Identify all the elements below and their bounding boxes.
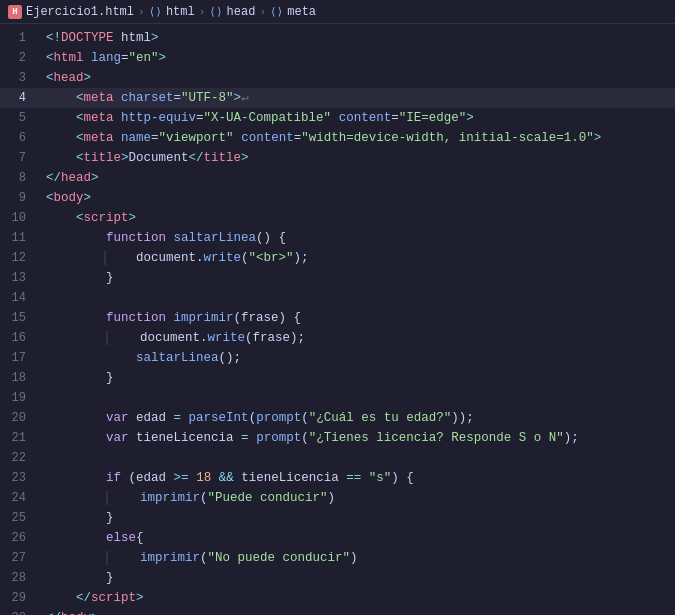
code-line-18: }	[38, 368, 675, 388]
code-line-13: }	[38, 268, 675, 288]
ln-28: 28	[0, 568, 38, 588]
breadcrumb-meta: meta	[287, 5, 316, 19]
breadcrumb-bar: H Ejercicio1.html › ⟨⟩ html › ⟨⟩ head › …	[0, 0, 675, 24]
code-line-16: document.write(frase);	[38, 328, 675, 348]
ln-12: 12	[0, 248, 38, 268]
ln-11: 11	[0, 228, 38, 248]
code-line-7: <title>Document</title>	[38, 148, 675, 168]
code-line-15: function imprimir(frase) {	[38, 308, 675, 328]
ln-18: 18	[0, 368, 38, 388]
code-line-12: document.write("<br>");	[38, 248, 675, 268]
ln-25: 25	[0, 508, 38, 528]
code-line-8: </head>	[38, 168, 675, 188]
ln-1: 1	[0, 28, 38, 48]
code-line-9: <body>	[38, 188, 675, 208]
breadcrumb-sep-2: ›	[199, 6, 206, 18]
code-line-17: saltarLinea();	[38, 348, 675, 368]
code-line-3: <head>	[38, 68, 675, 88]
ln-26: 26	[0, 528, 38, 548]
ln-9: 9	[0, 188, 38, 208]
code-line-11: function saltarLinea() {	[38, 228, 675, 248]
ln-15: 15	[0, 308, 38, 328]
line-numbers: 1 2 3 4 5 6 7 8 9 10 11 12 13 14 15 16 1…	[0, 24, 38, 615]
code-line-22	[38, 448, 675, 468]
ln-23: 23	[0, 468, 38, 488]
code-line-21: var tieneLicencia = prompt("¿Tienes lice…	[38, 428, 675, 448]
breadcrumb-html: html	[166, 5, 195, 19]
code-line-20: var edad = parseInt(prompt("¿Cuál es tu …	[38, 408, 675, 428]
ln-10: 10	[0, 208, 38, 228]
code-line-30: </body>	[38, 608, 675, 615]
ln-3: 3	[0, 68, 38, 88]
code-line-27: imprimir("No puede conducir")	[38, 548, 675, 568]
ln-19: 19	[0, 388, 38, 408]
ln-7: 7	[0, 148, 38, 168]
code-line-28: }	[38, 568, 675, 588]
code-line-29: </script>	[38, 588, 675, 608]
breadcrumb-head-icon: ⟨⟩	[209, 5, 222, 18]
ln-8: 8	[0, 168, 38, 188]
breadcrumb-head: head	[227, 5, 256, 19]
ln-17: 17	[0, 348, 38, 368]
code-line-10: <script>	[38, 208, 675, 228]
file-icon: H	[8, 5, 22, 19]
ln-14: 14	[0, 288, 38, 308]
ln-4: 4	[0, 88, 38, 108]
code-line-14	[38, 288, 675, 308]
ln-2: 2	[0, 48, 38, 68]
ln-29: 29	[0, 588, 38, 608]
ln-16: 16	[0, 328, 38, 348]
code-line-24: imprimir("Puede conducir")	[38, 488, 675, 508]
breadcrumb-meta-icon: ⟨⟩	[270, 5, 283, 18]
code-line-4: <meta charset="UTF-8">↵	[38, 88, 675, 108]
ln-5: 5	[0, 108, 38, 128]
ln-6: 6	[0, 128, 38, 148]
ln-21: 21	[0, 428, 38, 448]
code-line-5: <meta http-equiv="X-UA-Compatible" conte…	[38, 108, 675, 128]
code-line-25: }	[38, 508, 675, 528]
code-line-19	[38, 388, 675, 408]
ln-27: 27	[0, 548, 38, 568]
breadcrumb-html-icon: ⟨⟩	[149, 5, 162, 18]
filename: Ejercicio1.html	[26, 5, 134, 19]
code-area[interactable]: <!DOCTYPE html> <html lang="en"> <head> …	[38, 24, 675, 615]
breadcrumb-sep-1: ›	[138, 6, 145, 18]
breadcrumb-sep-3: ›	[259, 6, 266, 18]
code-line-1: <!DOCTYPE html>	[38, 28, 675, 48]
ln-30: 30	[0, 608, 38, 615]
ln-22: 22	[0, 448, 38, 468]
code-line-6: <meta name="viewport" content="width=dev…	[38, 128, 675, 148]
code-line-23: if (edad >= 18 && tieneLicencia == "s") …	[38, 468, 675, 488]
code-line-26: else{	[38, 528, 675, 548]
ln-13: 13	[0, 268, 38, 288]
ln-20: 20	[0, 408, 38, 428]
code-line-2: <html lang="en">	[38, 48, 675, 68]
ln-24: 24	[0, 488, 38, 508]
editor: 1 2 3 4 5 6 7 8 9 10 11 12 13 14 15 16 1…	[0, 24, 675, 615]
